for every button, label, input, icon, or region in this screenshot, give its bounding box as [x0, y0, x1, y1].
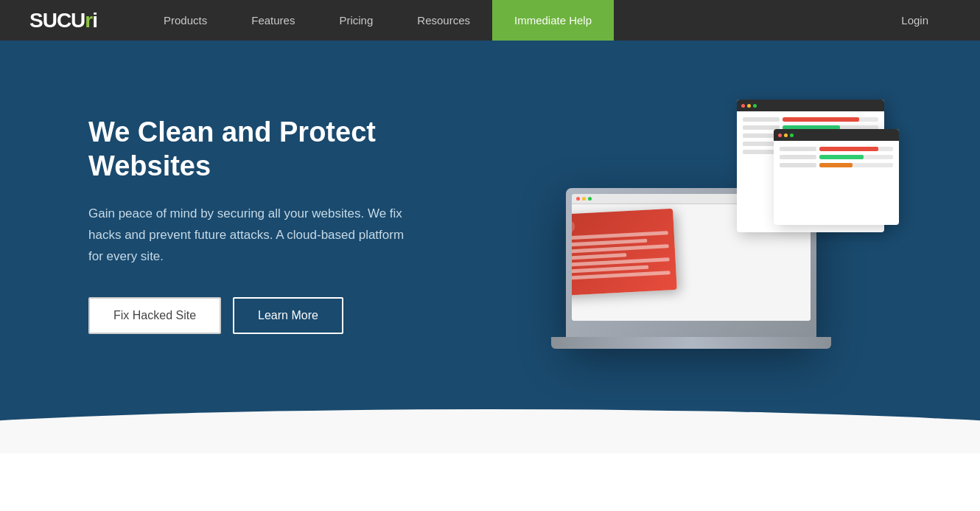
nav-links: Products Features Pricing Resources Imme… — [141, 0, 951, 41]
hero-content: We Clean and Protect Websites Gain peace… — [88, 116, 490, 334]
features-row: WAF Protection Monitoring — [59, 498, 921, 511]
dot-red-1 — [741, 104, 745, 108]
panel-bar-1 — [783, 117, 878, 122]
panel-header-1 — [737, 100, 884, 111]
panel-label-8 — [780, 163, 816, 167]
laptop-base — [551, 337, 831, 349]
panel-row-8 — [780, 163, 893, 167]
hero-title: We Clean and Protect Websites — [88, 116, 490, 183]
hero-section: We Clean and Protect Websites Gain peace… — [0, 41, 980, 409]
dot-yellow-2 — [784, 133, 788, 137]
panel-row-1 — [743, 117, 878, 122]
bar-fill-red-3 — [819, 147, 878, 151]
dot-yellow-1 — [747, 104, 751, 108]
panel-row-7 — [780, 155, 893, 159]
learn-more-button[interactable]: Learn More — [233, 297, 343, 334]
hero-illustration: ✕ — [490, 85, 892, 365]
warning-x-icon: ✕ — [572, 220, 575, 234]
panel-bar-7 — [819, 155, 893, 159]
red-line-1 — [572, 231, 668, 240]
nav-login[interactable]: Login — [879, 0, 951, 41]
dot-red-2 — [778, 133, 782, 137]
nav-products[interactable]: Products — [141, 0, 229, 41]
bar-fill-orange-2 — [819, 163, 853, 167]
nav-features[interactable]: Features — [229, 0, 317, 41]
panel-body-2 — [774, 141, 899, 173]
panel-bar-8 — [819, 163, 893, 167]
logo[interactable]: SUCUri — [29, 9, 97, 32]
navbar: SUCUri Products Features Pricing Resourc… — [0, 0, 980, 41]
nav-resources[interactable]: Resources — [395, 0, 492, 41]
panel-label-7 — [780, 155, 816, 159]
red-warning-overlay: ✕ — [572, 209, 677, 296]
hero-subtitle: Gain peace of mind by securing all your … — [88, 204, 413, 268]
panel-bar-6 — [819, 147, 893, 151]
nav-immediate-help[interactable]: Immediate Help — [492, 0, 614, 41]
wave-shape — [0, 409, 980, 453]
panel-header-2 — [774, 129, 899, 141]
red-line-4 — [572, 253, 627, 260]
warning-lines — [572, 231, 671, 279]
browser-dot-yellow — [582, 197, 586, 201]
wave-transition — [0, 409, 980, 453]
logo-text: SUCUri — [29, 9, 97, 32]
panel-label-1 — [743, 117, 780, 122]
nav-pricing[interactable]: Pricing — [317, 0, 395, 41]
floating-panel-2 — [774, 129, 899, 225]
bar-fill-green-3 — [819, 155, 864, 159]
bar-fill-red — [783, 117, 859, 122]
panel-row-6 — [780, 147, 893, 151]
hero-buttons: Fix Hacked Site Learn More — [88, 297, 490, 334]
panel-label-6 — [780, 147, 816, 151]
browser-dot-green — [588, 197, 592, 201]
browser-dot-red — [576, 197, 580, 201]
fix-hacked-site-button[interactable]: Fix Hacked Site — [88, 297, 221, 334]
features-section: WAF Protection Monitoring — [0, 453, 980, 511]
logo-highlight: r — [85, 9, 92, 32]
dot-green-2 — [790, 133, 794, 137]
dot-green-1 — [753, 104, 757, 108]
